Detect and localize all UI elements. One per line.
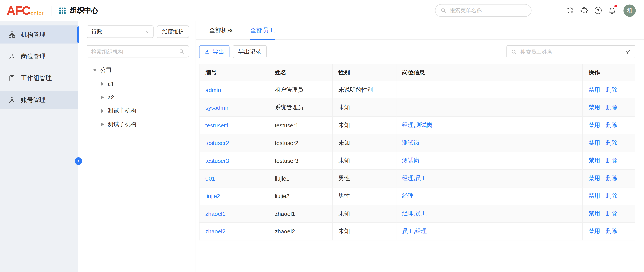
disable-link[interactable]: 禁用 bbox=[588, 86, 600, 93]
apps-grid-icon[interactable] bbox=[59, 7, 66, 14]
tree-node[interactable]: a2 bbox=[86, 90, 189, 104]
employee-id-cell: admin bbox=[200, 81, 269, 99]
employee-id-link[interactable]: sysadmin bbox=[206, 104, 230, 111]
employee-id-link[interactable]: zhaoel2 bbox=[206, 228, 226, 235]
tab-all-organizations[interactable]: 全部机构 bbox=[209, 21, 234, 39]
employee-actions-cell: 禁用删除 bbox=[582, 134, 635, 152]
employee-positions-cell: 测试岗 bbox=[396, 152, 582, 170]
help-icon[interactable] bbox=[594, 6, 602, 15]
employee-table: 编号 姓名 性别 岗位信息 操作 admin租户管理员未说明的性别禁用删除sys… bbox=[199, 64, 636, 240]
employee-gender-cell: 未知 bbox=[332, 205, 396, 223]
sync-icon[interactable] bbox=[566, 6, 574, 15]
disable-link[interactable]: 禁用 bbox=[588, 104, 600, 111]
collapse-panel-button[interactable] bbox=[75, 157, 82, 165]
delete-link[interactable]: 删除 bbox=[606, 175, 617, 181]
employee-id-link[interactable]: zhaoel1 bbox=[206, 210, 226, 217]
sidebar-item-position-management[interactable]: 岗位管理 bbox=[0, 47, 78, 65]
user-avatar[interactable]: 租 bbox=[624, 5, 636, 17]
filter-icon[interactable] bbox=[625, 49, 631, 55]
employee-positions-link[interactable]: 经理,员工 bbox=[402, 210, 426, 216]
sidebar-item-workgroup-management[interactable]: 工作组管理 bbox=[0, 69, 78, 87]
caret-down-icon[interactable] bbox=[93, 69, 96, 71]
tab-all-employees[interactable]: 全部员工 bbox=[250, 21, 275, 39]
employee-id-cell: testuser1 bbox=[200, 116, 269, 134]
employee-id-cell: zhaoel2 bbox=[200, 223, 269, 240]
employee-positions-link[interactable]: 测试岗 bbox=[402, 157, 419, 164]
column-header-positions: 岗位信息 bbox=[396, 64, 582, 81]
sidebar-item-account-management[interactable]: 账号管理 bbox=[0, 91, 78, 109]
main-content: 全部机构 全部员工 导出 导出记录 bbox=[196, 21, 644, 272]
tree-node-label: a1 bbox=[108, 80, 114, 87]
org-tree-panel: 行政 维度维护 公司a1a2测试主机构测试子机构 bbox=[78, 21, 196, 272]
question-mark-icon bbox=[594, 7, 602, 14]
employee-positions-cell bbox=[396, 99, 582, 117]
employee-actions-cell: 禁用删除 bbox=[582, 152, 635, 170]
table-row: 001liujie1男性经理,员工禁用删除 bbox=[200, 170, 635, 187]
disable-link[interactable]: 禁用 bbox=[588, 175, 600, 181]
plugin-puzzle-icon[interactable] bbox=[580, 6, 588, 15]
employee-id-link[interactable]: 001 bbox=[206, 175, 215, 182]
disable-link[interactable]: 禁用 bbox=[588, 228, 600, 234]
disable-link[interactable]: 禁用 bbox=[588, 210, 600, 216]
org-structure-icon bbox=[8, 31, 16, 38]
caret-right-icon[interactable] bbox=[102, 96, 104, 99]
app-stage: AFC enter 组织中心 bbox=[0, 0, 644, 272]
employee-id-cell: 001 bbox=[200, 170, 269, 187]
delete-link[interactable]: 删除 bbox=[606, 122, 617, 128]
employee-positions-link[interactable]: 经理,员工 bbox=[402, 175, 426, 181]
tree-node-label: 公司 bbox=[100, 67, 112, 74]
employee-positions-cell: 测试岗 bbox=[396, 134, 582, 152]
table-row: testuser3testuser3未知测试岗禁用删除 bbox=[200, 152, 635, 170]
employee-positions-link[interactable]: 经理,测试岗 bbox=[402, 122, 432, 128]
table-row: zhaoel1zhaoel1未知经理,员工禁用删除 bbox=[200, 205, 635, 223]
export-button[interactable]: 导出 bbox=[199, 45, 230, 58]
employee-positions-link[interactable]: 测试岗 bbox=[402, 139, 419, 146]
notification-bell-icon[interactable] bbox=[608, 6, 616, 15]
employee-name-cell: testuser1 bbox=[269, 116, 332, 134]
employee-id-link[interactable]: testuser3 bbox=[206, 157, 229, 164]
org-search[interactable] bbox=[86, 45, 189, 58]
dimension-maintain-button[interactable]: 维度维护 bbox=[157, 26, 189, 38]
employee-positions-link[interactable]: 经理 bbox=[402, 192, 414, 199]
tree-node[interactable]: 测试子机构 bbox=[86, 118, 189, 131]
employee-positions-link[interactable]: 员工,经理 bbox=[402, 228, 426, 234]
sidebar-item-org-management[interactable]: 机构管理 bbox=[0, 26, 78, 44]
delete-link[interactable]: 删除 bbox=[606, 157, 617, 164]
org-search-input[interactable] bbox=[91, 48, 176, 54]
delete-link[interactable]: 删除 bbox=[606, 104, 617, 111]
tree-node[interactable]: 公司 bbox=[86, 63, 189, 77]
header-actions bbox=[566, 6, 616, 15]
employee-id-cell: testuser3 bbox=[200, 152, 269, 170]
caret-right-icon[interactable] bbox=[102, 82, 104, 85]
employee-id-link[interactable]: testuser1 bbox=[206, 122, 229, 129]
employee-id-link[interactable]: testuser2 bbox=[206, 140, 229, 146]
delete-link[interactable]: 删除 bbox=[606, 139, 617, 146]
menu-search-input[interactable] bbox=[450, 8, 526, 14]
tree-node[interactable]: a1 bbox=[86, 77, 189, 90]
disable-link[interactable]: 禁用 bbox=[588, 122, 600, 128]
table-row: liujie2liujie2男性经理禁用删除 bbox=[200, 187, 635, 205]
delete-link[interactable]: 删除 bbox=[606, 86, 617, 93]
employee-gender-cell: 未知 bbox=[332, 116, 396, 134]
sidebar-item-label: 机构管理 bbox=[21, 31, 46, 39]
caret-right-icon[interactable] bbox=[102, 109, 104, 112]
menu-search[interactable] bbox=[435, 4, 531, 17]
delete-link[interactable]: 删除 bbox=[606, 192, 617, 199]
sidebar-item-label: 账号管理 bbox=[21, 96, 46, 104]
disable-link[interactable]: 禁用 bbox=[588, 157, 600, 164]
delete-link[interactable]: 删除 bbox=[606, 210, 617, 216]
app-logo[interactable]: AFC enter bbox=[6, 5, 44, 17]
disable-link[interactable]: 禁用 bbox=[588, 192, 600, 199]
tree-node[interactable]: 测试主机构 bbox=[86, 104, 189, 118]
employee-positions-cell: 经理,员工 bbox=[396, 170, 582, 187]
export-history-button[interactable]: 导出记录 bbox=[233, 45, 266, 58]
employee-search-input[interactable] bbox=[520, 49, 622, 55]
delete-link[interactable]: 删除 bbox=[606, 228, 617, 234]
disable-link[interactable]: 禁用 bbox=[588, 139, 600, 146]
employee-id-link[interactable]: liujie2 bbox=[206, 193, 220, 199]
employee-id-link[interactable]: admin bbox=[206, 87, 221, 93]
caret-right-icon[interactable] bbox=[102, 123, 104, 126]
employee-gender-cell: 男性 bbox=[332, 170, 396, 187]
dimension-select[interactable]: 行政 bbox=[86, 26, 154, 38]
employee-search[interactable] bbox=[506, 45, 635, 58]
